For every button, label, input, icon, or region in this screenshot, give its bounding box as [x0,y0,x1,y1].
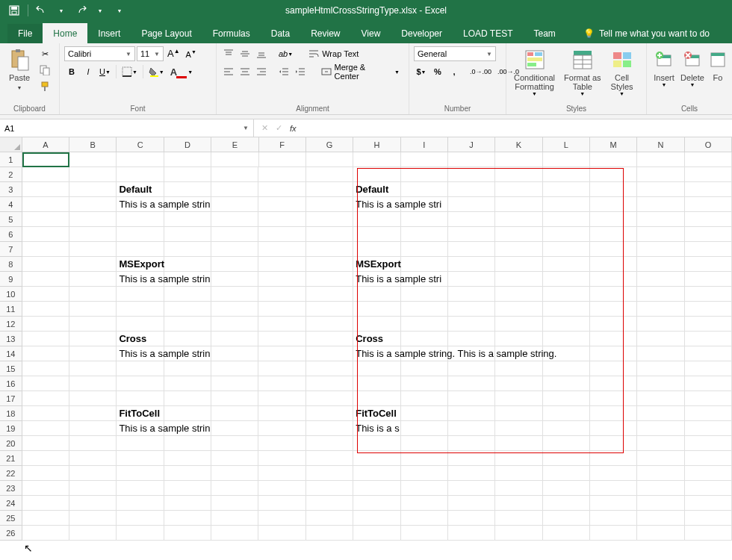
cell[interactable] [164,361,211,376]
tab-review[interactable]: Review [300,24,350,43]
cell[interactable] [448,361,495,376]
redo-dropdown[interactable]: ▼ [92,2,108,19]
col-header[interactable]: H [353,137,400,152]
cell[interactable] [258,346,305,361]
cell[interactable] [69,227,117,242]
cell[interactable] [543,496,590,511]
cell[interactable] [258,361,305,376]
cell[interactable] [637,406,684,421]
cell[interactable] [401,212,448,227]
cell[interactable] [69,526,117,541]
cell[interactable] [22,391,69,406]
cell[interactable] [495,272,542,287]
cell[interactable] [258,317,305,332]
cell[interactable] [637,421,684,436]
cell[interactable] [117,227,164,242]
cell[interactable] [448,496,495,511]
cell[interactable] [258,391,305,406]
cell[interactable] [211,272,258,287]
col-header[interactable]: K [495,137,542,152]
fx-icon[interactable]: fx [290,124,297,133]
col-header[interactable]: C [117,137,164,152]
row-header[interactable]: 21 [0,451,22,466]
cell[interactable] [401,481,448,496]
increase-font-button[interactable]: A▲ [165,46,182,61]
cell[interactable] [543,361,590,376]
cell[interactable] [117,436,164,451]
row-header[interactable]: 18 [0,406,22,421]
cell[interactable] [448,436,495,451]
cell[interactable] [211,436,258,451]
bold-button[interactable]: B [64,64,79,79]
cell[interactable] [543,511,590,526]
cell[interactable] [448,526,495,541]
col-header[interactable]: A [22,137,69,152]
cell[interactable] [543,212,590,227]
cell[interactable] [211,346,258,361]
cell[interactable] [353,376,400,391]
cell[interactable] [495,391,542,406]
cell[interactable]: Default [353,182,400,197]
cell[interactable] [258,257,305,272]
cell[interactable] [306,391,353,406]
cell[interactable] [353,212,400,227]
cell[interactable] [685,361,732,376]
cell[interactable] [495,526,542,541]
col-header[interactable]: M [590,137,637,152]
cell[interactable] [258,242,305,257]
cell[interactable] [211,481,258,496]
cell[interactable] [306,496,353,511]
cell[interactable] [306,526,353,541]
cell[interactable]: This is a sample stri [353,197,400,212]
cell[interactable] [306,361,353,376]
cell[interactable] [495,436,542,451]
cell[interactable] [685,302,732,317]
col-header[interactable]: G [306,137,353,152]
cell[interactable] [637,481,684,496]
cell[interactable] [164,511,211,526]
cell[interactable] [543,272,590,287]
cell[interactable] [258,182,305,197]
cell[interactable] [117,466,164,481]
cell[interactable] [401,242,448,257]
cell[interactable] [637,526,684,541]
row-header[interactable]: 1 [0,152,22,167]
tab-formulas[interactable]: Formulas [202,24,261,43]
cell[interactable] [353,496,400,511]
col-header[interactable]: I [401,137,448,152]
cell[interactable] [685,167,732,182]
cell[interactable] [637,451,684,466]
cell-styles-button[interactable]: Cell Styles ▼ [607,46,637,98]
cell[interactable] [306,152,353,167]
cell[interactable] [685,257,732,272]
cell[interactable] [353,466,400,481]
cell[interactable] [401,391,448,406]
cell[interactable] [685,406,732,421]
cell[interactable] [306,212,353,227]
cell[interactable] [164,376,211,391]
cell[interactable] [306,167,353,182]
cell[interactable] [164,167,211,182]
comma-button[interactable]: , [447,64,462,79]
cell[interactable] [685,332,732,346]
cell[interactable] [543,436,590,451]
cell[interactable] [69,451,117,466]
cell[interactable] [69,361,117,376]
cell[interactable] [353,526,400,541]
cell[interactable] [258,451,305,466]
cell[interactable] [543,197,590,212]
cell[interactable] [685,197,732,212]
cell[interactable] [401,152,448,167]
cell[interactable] [401,302,448,317]
cell[interactable] [637,152,684,167]
cell[interactable] [306,421,353,436]
cell[interactable] [448,152,495,167]
cell[interactable] [401,511,448,526]
align-left-button[interactable] [221,64,236,79]
cell[interactable] [495,511,542,526]
font-color-button[interactable]: A▼ [168,64,195,79]
cell[interactable] [306,257,353,272]
format-as-table-button[interactable]: Format as Table ▼ [561,46,604,98]
cell[interactable] [543,242,590,257]
cell[interactable] [495,182,542,197]
